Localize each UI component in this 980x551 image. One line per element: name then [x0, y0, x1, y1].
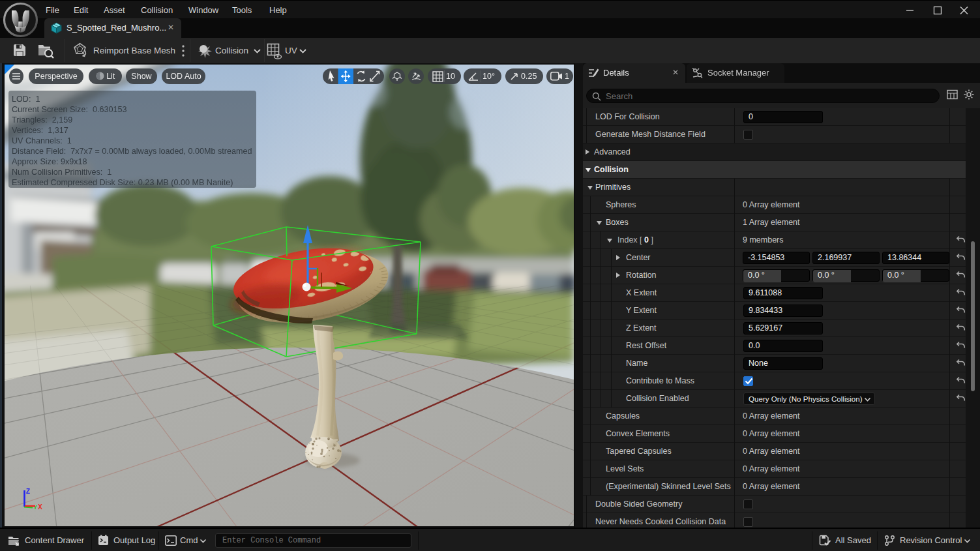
svg-text:Z: Z [26, 488, 30, 495]
svg-text:X: X [38, 503, 42, 511]
svg-text:Y: Y [33, 504, 37, 511]
